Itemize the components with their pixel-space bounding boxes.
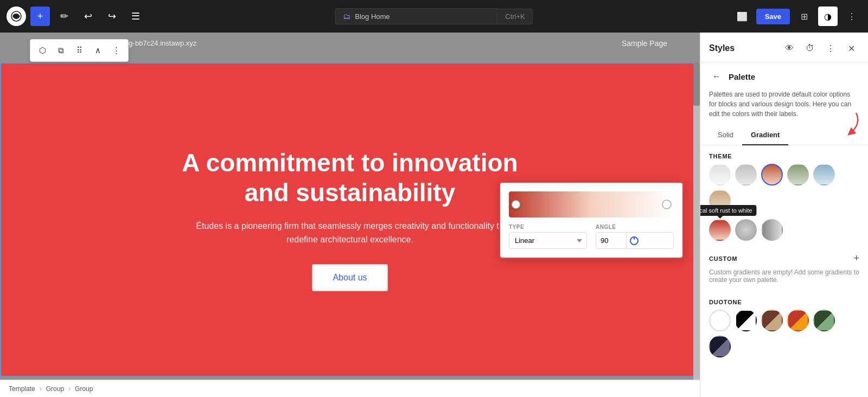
type-label: TYPE [509,224,587,230]
hero-subtitle: Études is a pioneering firm that seamles… [187,219,513,247]
scrollbar-track[interactable] [693,62,700,380]
block-copy-button[interactable]: ⧉ [52,42,69,59]
styles-history-button[interactable]: ⏱ [802,40,818,56]
tab-solid[interactable]: Solid [709,126,742,145]
tab-gradient[interactable]: Gradient [742,126,788,145]
duotone-swatch-green[interactable] [813,310,835,331]
canvas-url-text: ning-bb7c24.instawp.xyz [119,39,196,47]
gradient-controls-row: TYPE LinearRadialConic ANGLE [509,224,674,249]
duotone-section-title: DUOTONE [709,299,742,305]
duotone-section-header: DUOTONE [700,291,868,310]
styles-close-button[interactable]: ✕ [843,40,859,56]
block-drag-button[interactable]: ⠿ [71,42,88,59]
blog-home-label: Blog Home [355,12,390,21]
duotone-swatch-red-yellow[interactable] [787,310,809,331]
tools-button[interactable]: ✏ [54,7,74,26]
list-view-button[interactable]: ☰ [126,7,145,26]
theme-toggle-button[interactable]: ◑ [818,7,838,26]
block-move-up-button[interactable]: ∧ [89,42,106,59]
hero-title: A commitment to innovation and sustainab… [160,148,540,208]
panel-header-icons: 👁 ⏱ ⋮ ✕ [781,40,859,56]
canvas-area: ⬡ ⧉ ⠿ ∧ ⋮ ning-bb7c24.instawp.xyz Sample… [0,33,700,397]
block-select-parent-button[interactable]: ⬡ [34,42,51,59]
main-layout: ⬡ ⧉ ⠿ ∧ ⋮ ning-bb7c24.instawp.xyz Sample… [0,33,868,397]
right-panel: Styles 👁 ⏱ ⋮ ✕ ← Palette Palettes are us… [700,33,868,397]
layout-button[interactable]: ⊞ [794,7,814,26]
swatch-active[interactable]: Vertical soft rust to white [709,219,731,241]
swatch-warm[interactable] [709,190,731,212]
swatch-gray1[interactable] [709,164,731,185]
swatch-gray2[interactable] [735,164,757,185]
swatch-blue[interactable] [813,164,835,185]
swatch-rust[interactable] [761,164,783,185]
right-controls: ⬜ Save ⊞ ◑ ⋮ [732,7,861,26]
angle-circle-button[interactable] [626,233,641,248]
add-custom-button[interactable]: + [853,253,859,264]
about-us-button[interactable]: About us [312,264,387,291]
duotone-swatch-white[interactable] [709,310,731,331]
redo-button[interactable]: ↪ [102,7,122,26]
bottom-bar: Template › Group › Group [0,380,700,397]
duotone-swatches [700,310,868,365]
duotone-swatch-bw[interactable] [735,310,757,331]
custom-empty-text: Custom gradients are empty! Add some gra… [709,268,859,284]
undo-button[interactable]: ↩ [78,7,98,26]
custom-section-title: CUSTOM [709,255,737,262]
center-area: 🗂 Blog Home Ctrl+K [335,8,533,24]
wp-logo[interactable] [7,7,26,26]
theme-section-title: THEME [709,153,732,159]
duotone-swatch-dark[interactable] [709,336,731,357]
swatch-gradient2[interactable] [761,219,783,241]
styles-more-button[interactable]: ⋮ [822,40,839,56]
scrollbar-thumb[interactable] [693,62,700,106]
breadcrumb-template[interactable]: Template [9,385,35,393]
sample-page-link[interactable]: Sample Page [622,39,667,48]
palette-title: Palette [729,72,755,81]
desktop-view-button[interactable]: ⬜ [732,7,752,26]
gradient-preview[interactable] [509,191,674,217]
breadcrumb-group1[interactable]: Group [46,385,64,393]
palette-header: ← Palette [700,62,868,84]
type-select[interactable]: LinearRadialConic [509,232,587,249]
gradient-handle-left[interactable] [511,200,521,209]
block-toolbar: ⬡ ⧉ ⠿ ∧ ⋮ [30,39,129,62]
top-bar: + ✏ ↩ ↪ ☰ 🗂 Blog Home Ctrl+K ⬜ Save ⊞ ◑ … [0,0,868,33]
angle-input[interactable] [596,233,626,248]
styles-preview-button[interactable]: 👁 [781,40,797,56]
angle-label: ANGLE [596,224,674,230]
duotone-swatch-brown[interactable] [761,310,783,331]
more-button[interactable]: ⋮ [842,7,861,26]
shortcut-box: Ctrl+K [497,9,533,24]
url-bar[interactable]: 🗂 Blog Home [335,8,497,24]
breadcrumb-group2[interactable]: Group [75,385,93,393]
blog-icon: 🗂 [343,12,350,21]
add-block-button[interactable]: + [30,7,50,26]
custom-section-header: CUSTOM + [700,245,868,268]
custom-section: Custom gradients are empty! Add some gra… [700,268,868,291]
swatch-sage[interactable] [787,164,809,185]
solid-gradient-tabs: Solid Gradient [700,126,868,145]
gradient-handle-right[interactable] [662,200,672,209]
angle-circle-icon [630,236,639,245]
gradient-picker-popup: TYPE LinearRadialConic ANGLE [499,182,684,259]
panel-title: Styles [709,43,735,53]
panel-header: Styles 👁 ⏱ ⋮ ✕ [700,33,868,62]
swatch-gray3[interactable] [735,219,757,241]
theme-swatches-row2: Vertical soft rust to white [700,219,868,245]
angle-field: ANGLE [596,224,674,249]
theme-swatches-row1 [700,164,868,219]
type-field: TYPE LinearRadialConic [509,224,587,249]
angle-input-wrap [596,232,674,249]
palette-description: Palettes are used to provide default col… [700,84,868,126]
theme-section-header: THEME [700,145,868,164]
back-button[interactable]: ← [709,69,724,84]
save-button[interactable]: Save [756,9,790,24]
breadcrumb-sep2: › [68,385,71,393]
breadcrumb-sep1: › [40,385,42,393]
